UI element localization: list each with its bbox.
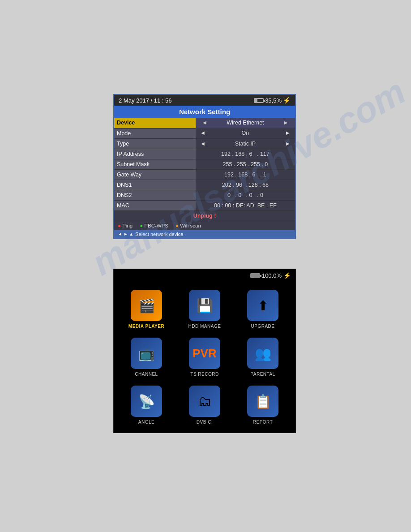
wifiscan-dot-icon: ●	[176, 223, 179, 228]
table-row-mac: MAC 00 : 00 : DE: AD: BE : EF	[114, 200, 295, 210]
right-arrow-type-icon[interactable]: ►	[285, 141, 291, 147]
tsrecord-label: TS RECORD	[190, 372, 218, 377]
dvbci-label: DVB CI	[197, 420, 213, 425]
table-row-gateway[interactable]: Gate Way 192 . 168 . 6 . 1	[114, 169, 295, 180]
bp-battery-percent: 100.0%	[262, 272, 282, 279]
unplug-label: Unplug !	[114, 210, 295, 221]
app-item-tsrecord[interactable]: PVR TS RECORD	[176, 333, 234, 381]
pbcwps-label: PBC-WPS	[144, 223, 168, 228]
app-grid: 🎬 MEDIA PLAYER 💾 HDD MANAGE ⬆ UPGRADE 📺 …	[114, 282, 295, 433]
wifiscan-label: Wifi scan	[180, 223, 201, 228]
status-bar: 2 May 2017 / 11 : 56 35,5% ⚡	[114, 95, 295, 106]
row-value-dns2: 0 . 0 . 0 . 0	[196, 190, 295, 200]
apps-panel: 100.0% ⚡ 🎬 MEDIA PLAYER 💾 HDD MANAGE ⬆ U…	[113, 269, 296, 433]
bolt-icon: ⚡	[283, 97, 291, 104]
app-item-angle[interactable]: 📡 ANGLE	[117, 381, 176, 429]
mediaplayer-icon: 🎬	[131, 290, 162, 321]
row-label-mode: Mode	[114, 128, 196, 138]
pbcwps-indicator: ● PBC-WPS	[140, 223, 168, 228]
app-item-upgrade[interactable]: ⬆ UPGRADE	[234, 285, 292, 333]
ping-indicator: ● Ping	[118, 223, 133, 228]
row-value-mac: 00 : 00 : DE: AD: BE : EF	[196, 200, 295, 210]
bp-status-bar: 100.0% ⚡	[114, 269, 295, 282]
left-arrow-type-icon[interactable]: ◄	[200, 141, 206, 147]
mode-value: On	[242, 130, 249, 136]
table-row-subnet[interactable]: Subnet Mask 255 . 255 . 255 . 0	[114, 159, 295, 169]
app-item-hddmanage[interactable]: 💾 HDD MANAGE	[176, 285, 234, 333]
app-item-channel[interactable]: 📺 CHANNEL	[117, 333, 176, 381]
table-row-ip[interactable]: IP Address 192 . 168 . 6 . 117	[114, 149, 295, 159]
mediaplayer-label: MEDIA PLAYER	[128, 324, 164, 329]
app-item-mediaplayer[interactable]: 🎬 MEDIA PLAYER	[117, 285, 176, 333]
upgrade-label: UPGRADE	[251, 324, 275, 329]
type-value: Static IP	[235, 141, 256, 147]
channel-label: CHANNEL	[135, 372, 158, 377]
table-row-type[interactable]: Type ◄ Static IP ►	[114, 138, 295, 149]
wifiscan-indicator: ● Wifi scan	[176, 223, 201, 228]
row-label-device: Device	[114, 118, 196, 128]
table-row-device[interactable]: Device ◄ Wired Ethernet ►	[114, 118, 295, 128]
dvbci-icon: 🗂	[189, 386, 220, 417]
row-value-ip: 192 . 168 . 6 . 117	[196, 149, 295, 159]
table-row-unplug: Unplug !	[114, 210, 295, 221]
row-label-type: Type	[114, 138, 196, 149]
pbcwps-dot-icon: ●	[140, 223, 143, 228]
row-label-dns2: DNS2	[114, 190, 196, 200]
battery-percent: 35,5%	[265, 97, 282, 104]
upgrade-icon: ⬆	[247, 290, 278, 321]
nav-arrows-icon: ◄ ► ▲	[118, 232, 133, 236]
row-value-gateway: 192 . 168 . 6 . 1	[196, 169, 295, 180]
ping-label: Ping	[122, 223, 133, 228]
row-value-device[interactable]: ◄ Wired Ethernet ►	[196, 118, 295, 128]
app-item-dvbci[interactable]: 🗂 DVB CI	[176, 381, 234, 429]
panel-title: Network Setting	[114, 106, 295, 118]
battery-box-icon	[254, 98, 264, 103]
app-item-report[interactable]: 📋 REPORT	[234, 381, 292, 429]
row-label-mac: MAC	[114, 200, 196, 210]
table-row-dns2[interactable]: DNS2 0 . 0 . 0 . 0	[114, 190, 295, 200]
channel-icon: 📺	[131, 338, 162, 369]
report-icon: 📋	[247, 386, 278, 417]
parental-icon: 👥	[247, 338, 278, 369]
hddmanage-label: HDD MANAGE	[188, 324, 221, 329]
nav-instruction: Select network device	[135, 232, 183, 237]
angle-icon: 📡	[131, 386, 162, 417]
device-value: Wired Ethernet	[227, 120, 264, 126]
row-value-dns1: 202 . 96 . 128 . 68	[196, 180, 295, 190]
right-arrow-mode-icon[interactable]: ►	[285, 130, 291, 136]
hddmanage-icon: 💾	[189, 290, 220, 321]
battery-indicator: 35,5% ⚡	[254, 97, 291, 104]
row-label-dns1: DNS1	[114, 180, 196, 190]
row-value-subnet: 255 . 255 . 255 . 0	[196, 159, 295, 169]
right-arrow-icon[interactable]: ►	[283, 120, 289, 126]
network-settings-table: Device ◄ Wired Ethernet ► Mode ◄ On ►	[114, 118, 295, 221]
row-label-gateway: Gate Way	[114, 169, 196, 180]
angle-label: ANGLE	[138, 420, 154, 425]
row-label-subnet: Subnet Mask	[114, 159, 196, 169]
datetime-label: 2 May 2017 / 11 : 56	[119, 97, 172, 104]
left-arrow-icon[interactable]: ◄	[202, 120, 207, 126]
left-arrow-mode-icon[interactable]: ◄	[200, 130, 206, 136]
tsrecord-icon: PVR	[189, 338, 220, 369]
row-label-ip: IP Address	[114, 149, 196, 159]
parental-label: PARENTAL	[250, 372, 275, 377]
bp-bolt-icon: ⚡	[283, 272, 291, 279]
network-setting-panel: 2 May 2017 / 11 : 56 35,5% ⚡ Network Set…	[113, 94, 296, 239]
report-label: REPORT	[253, 420, 273, 425]
nav-bar: ◄ ► ▲ Select network device	[114, 230, 295, 238]
row-value-mode[interactable]: ◄ On ►	[196, 128, 295, 138]
row-value-type[interactable]: ◄ Static IP ►	[196, 138, 295, 149]
table-row-mode[interactable]: Mode ◄ On ►	[114, 128, 295, 138]
ping-dot-icon: ●	[118, 223, 121, 228]
bp-battery-box-icon	[250, 273, 260, 278]
table-row-dns1[interactable]: DNS1 202 . 96 . 128 . 68	[114, 180, 295, 190]
app-item-parental[interactable]: 👥 PARENTAL	[234, 333, 292, 381]
bottom-bar: ● Ping ● PBC-WPS ● Wifi scan	[114, 221, 295, 230]
indicators-bar: ● Ping ● PBC-WPS ● Wifi scan	[118, 223, 291, 228]
